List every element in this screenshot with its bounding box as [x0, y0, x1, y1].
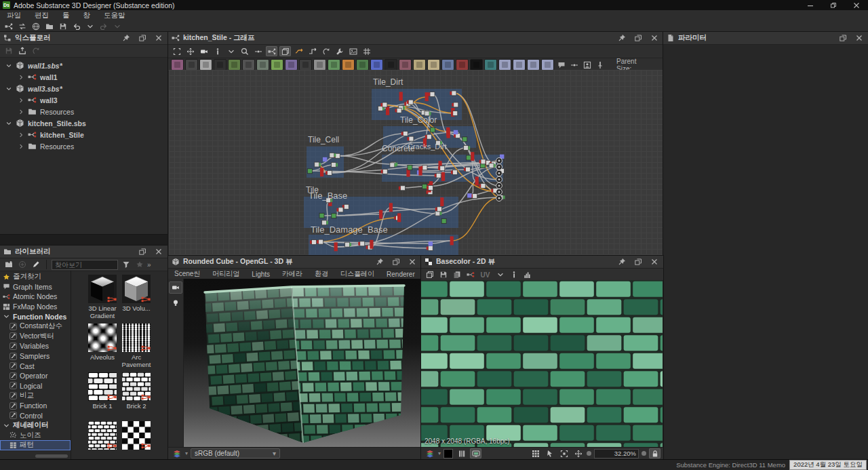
library-category-0[interactable]: 즐겨찾기 [0, 272, 71, 282]
undo-caret-icon[interactable] [84, 21, 96, 31]
library-thumbnail-Brick 2[interactable]: Brick 2 [121, 372, 152, 417]
library-category-11[interactable]: Logical [0, 381, 71, 391]
node-palette-3[interactable] [214, 59, 226, 71]
node-palette-23[interactable] [498, 59, 511, 71]
node-palette-6[interactable] [256, 59, 269, 71]
fit-view-icon[interactable] [558, 448, 570, 458]
library-thumbnail-checker[interactable] [121, 421, 152, 459]
reload-icon[interactable] [30, 46, 41, 56]
close-icon[interactable] [153, 247, 164, 257]
pin-icon[interactable] [120, 33, 132, 43]
chevron-right-icon[interactable] [18, 109, 24, 115]
tree-item[interactable]: wall3.sbs* [0, 83, 167, 94]
pan-icon[interactable] [184, 46, 196, 56]
pin-icon[interactable] [616, 257, 627, 267]
dot-link-icon[interactable] [568, 60, 580, 70]
zoom-level-input[interactable] [594, 449, 639, 458]
node-palette-17[interactable] [413, 59, 426, 71]
library-category-8[interactable]: Samplers [0, 351, 71, 361]
chevron-right-icon[interactable] [18, 97, 24, 104]
pin-icon[interactable] [616, 33, 627, 43]
node-palette-21[interactable] [470, 59, 483, 71]
node-palette-12[interactable] [342, 59, 355, 71]
node-palette-24[interactable] [513, 59, 526, 71]
view3d-menu-3[interactable]: 카메라 [276, 269, 309, 279]
tree-item[interactable]: kitchen_Stile.sbs [0, 117, 167, 129]
save-icon[interactable] [3, 46, 14, 56]
library-category-4[interactable]: Function Nodes [0, 311, 71, 321]
tools-icon[interactable] [334, 46, 345, 56]
library-category-15[interactable]: 제네레이터 [0, 420, 71, 431]
active-link-icon[interactable] [293, 46, 304, 56]
background-swatch[interactable] [443, 449, 453, 458]
pin-node-icon[interactable] [594, 60, 606, 70]
more-icon[interactable]: » [147, 261, 151, 269]
library-category-6[interactable]: Vector벡터 [0, 332, 71, 342]
close-icon[interactable] [648, 33, 660, 43]
float-icon[interactable] [136, 247, 148, 257]
light-bulb-icon[interactable] [170, 298, 182, 308]
library-thumbnail-3D Linear Gradient[interactable]: 3D Linear Gradient [87, 275, 118, 319]
node-palette-18[interactable] [427, 59, 440, 71]
link-node-icon[interactable] [465, 270, 476, 280]
library-category-14[interactable]: Control [0, 410, 71, 420]
channels-icon[interactable] [456, 448, 467, 458]
node-view-icon[interactable] [266, 46, 277, 56]
add-folder-icon[interactable] [3, 260, 14, 270]
close-icon[interactable] [853, 33, 865, 43]
view3d-menu-6[interactable]: Renderer [380, 271, 421, 278]
zoom-in-button[interactable] [642, 451, 646, 456]
node-palette-16[interactable] [399, 59, 412, 71]
node-palette-4[interactable] [228, 59, 241, 71]
float-icon[interactable] [837, 33, 848, 43]
redo-caret-icon[interactable] [111, 21, 123, 31]
menu-item-4[interactable]: 도움말 [97, 11, 132, 20]
close-icon[interactable] [153, 33, 164, 43]
library-category-17[interactable]: 패턴 [0, 440, 71, 450]
transform-icon[interactable] [544, 448, 555, 458]
node-palette-20[interactable] [456, 59, 469, 71]
library-category-13[interactable]: Function [0, 401, 71, 411]
add-graph-icon[interactable] [16, 260, 28, 270]
view3d-menu-5[interactable]: 디스플레이 [334, 269, 380, 279]
close-button[interactable] [845, 0, 868, 10]
node-palette-14[interactable] [370, 59, 383, 71]
menu-item-1[interactable]: 편집 [28, 11, 56, 20]
display-image-icon[interactable] [470, 448, 481, 458]
graph-canvas[interactable]: Tile_DirtTile_ColorTile_CellConcreteCrac… [169, 70, 663, 255]
grid-snap-icon[interactable] [361, 46, 372, 56]
link-graph-icon[interactable] [16, 21, 28, 31]
close-icon[interactable] [648, 257, 660, 267]
elbow-link-icon[interactable] [307, 46, 318, 56]
pan-icon[interactable] [572, 448, 584, 458]
library-category-1[interactable]: Graph Items [0, 282, 71, 292]
library-category-3[interactable]: FxMap Nodes [0, 302, 71, 312]
chevron-down-icon[interactable] [5, 120, 12, 127]
histogram-icon[interactable] [521, 270, 533, 280]
node-palette-19[interactable] [441, 59, 454, 71]
float-icon[interactable] [632, 33, 644, 43]
caret-down-icon[interactable] [225, 46, 237, 56]
chevron-right-icon[interactable] [18, 74, 24, 81]
thumbnails-view-icon[interactable] [279, 46, 291, 56]
node-palette-2[interactable] [199, 59, 212, 71]
filter-icon[interactable] [120, 260, 132, 270]
node-palette-25[interactable] [527, 59, 540, 71]
info-icon[interactable] [212, 46, 223, 56]
node-palette-10[interactable] [313, 59, 326, 71]
duplicate-image-icon[interactable] [424, 270, 435, 280]
uv-label[interactable]: UV [478, 270, 492, 280]
view2d-viewport[interactable]: 2048 x 2048 (RGBA, 16bpc) [421, 280, 663, 448]
chevron-down-icon[interactable] [5, 62, 12, 69]
tree-item[interactable]: wall1.sbs* [0, 60, 167, 71]
lock-icon[interactable] [649, 448, 660, 458]
node-palette-22[interactable] [484, 59, 497, 71]
view3d-menu-4[interactable]: 환경 [309, 269, 334, 279]
float-icon[interactable] [390, 257, 401, 267]
chevron-right-icon[interactable] [18, 132, 24, 138]
camera-icon[interactable] [169, 281, 182, 294]
export-icon[interactable] [16, 46, 28, 56]
search-input[interactable] [52, 260, 118, 270]
library-category-16[interactable]: 노이즈 [0, 431, 71, 441]
node-palette-9[interactable] [299, 59, 312, 71]
